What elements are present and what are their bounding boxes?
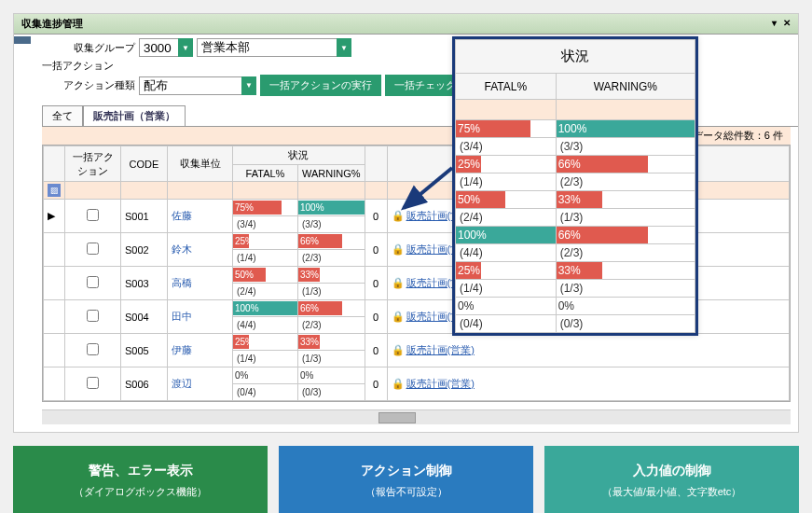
zoom-col-warning: WARNING% bbox=[556, 74, 695, 100]
cell-count: 0 bbox=[365, 267, 387, 300]
action-type-combo[interactable]: ▼ bbox=[139, 76, 256, 95]
cell-unit[interactable]: 佐藤 bbox=[168, 200, 233, 233]
card-subtitle: （ダイアログボックス機能） bbox=[19, 485, 262, 499]
cell-fatal-bar: 100% bbox=[233, 300, 298, 317]
app-panel: 収集進捗管理 ▾ ✕ 条件設定 収集グループ ▼ ▼ 一括アクション アクション… bbox=[13, 13, 799, 433]
lock-icon: 🔒 bbox=[392, 210, 405, 221]
cell-fatal-bar: 25% bbox=[233, 233, 298, 250]
action-type-input[interactable] bbox=[139, 76, 241, 95]
col-selector bbox=[44, 146, 65, 182]
chevron-down-icon[interactable]: ▼ bbox=[241, 76, 256, 95]
feature-card: 警告、エラー表示（ダイアログボックス機能） bbox=[13, 446, 268, 513]
zoom-warn-bar: 0% bbox=[556, 298, 695, 315]
cell-count: 0 bbox=[365, 300, 387, 334]
col-status: 状況 bbox=[233, 146, 365, 165]
row-checkbox[interactable] bbox=[65, 267, 121, 300]
row-checkbox[interactable] bbox=[65, 334, 121, 367]
col-warning[interactable]: WARNING% bbox=[298, 165, 365, 182]
card-subtitle: （最大値/最小値、文字数etc） bbox=[550, 485, 793, 499]
row-selector[interactable] bbox=[44, 367, 65, 401]
card-subtitle: （報告不可設定） bbox=[284, 485, 528, 499]
group-code-input[interactable] bbox=[139, 38, 178, 57]
col-bulk[interactable]: 一括アクション bbox=[65, 146, 121, 182]
lock-icon: 🔒 bbox=[392, 311, 405, 322]
close-icon[interactable]: ✕ bbox=[783, 18, 791, 28]
group-label: 収集グループ bbox=[42, 41, 135, 55]
zoom-warn-bar: 66% bbox=[556, 227, 695, 244]
cell-warn-bar: 33% bbox=[298, 267, 365, 284]
zoom-fatal-sub: (0/4) bbox=[456, 315, 557, 333]
zoom-warn-sub: (3/3) bbox=[556, 138, 695, 156]
group-code-combo[interactable]: ▼ bbox=[139, 38, 193, 57]
table-row[interactable]: S005伊藤25%33%0🔒販売計画(営業) bbox=[44, 334, 790, 351]
row-selector[interactable]: ▶ bbox=[44, 200, 65, 233]
horizontal-scrollbar[interactable] bbox=[42, 409, 791, 424]
cell-fatal-sub: (2/4) bbox=[233, 284, 298, 300]
cell-warn-bar: 66% bbox=[298, 300, 365, 317]
sidebar-tab[interactable]: 条件設定 bbox=[14, 36, 31, 44]
zoom-fatal-sub: (1/4) bbox=[456, 173, 557, 191]
cell-unit[interactable]: 田中 bbox=[168, 300, 233, 334]
row-checkbox[interactable] bbox=[65, 300, 121, 334]
cell-warn-sub: (0/3) bbox=[298, 384, 365, 401]
filter-toggle-icon[interactable]: ▨ bbox=[48, 184, 61, 197]
action-type-label: アクション種類 bbox=[42, 78, 135, 92]
zoom-fatal-bar: 25% bbox=[456, 262, 557, 280]
tab-all[interactable]: 全て bbox=[42, 105, 83, 126]
cell-unit[interactable]: 渡辺 bbox=[168, 367, 233, 401]
row-checkbox[interactable] bbox=[65, 367, 121, 401]
row-checkbox[interactable] bbox=[65, 233, 121, 267]
zoom-fatal-bar: 75% bbox=[456, 120, 557, 138]
cell-unit[interactable]: 伊藤 bbox=[168, 334, 233, 367]
cell-warn-bar: 66% bbox=[298, 233, 365, 250]
zoom-col-fatal: FATAL% bbox=[456, 74, 557, 100]
cell-warn-sub: (2/3) bbox=[298, 250, 365, 267]
col-unit[interactable]: 収集単位 bbox=[168, 146, 233, 182]
group-name-combo[interactable]: ▼ bbox=[197, 38, 351, 57]
cell-count: 0 bbox=[365, 334, 387, 367]
window-controls: ▾ ✕ bbox=[768, 17, 791, 31]
zoom-warn-bar: 33% bbox=[556, 262, 695, 280]
pin-icon[interactable]: ▾ bbox=[772, 18, 777, 28]
chevron-down-icon[interactable]: ▼ bbox=[178, 38, 193, 57]
cell-code: S002 bbox=[121, 233, 168, 267]
col-fatal[interactable]: FATAL% bbox=[233, 165, 298, 182]
cell-package[interactable]: 🔒販売計画(営業) bbox=[387, 334, 789, 367]
row-selector[interactable] bbox=[44, 233, 65, 267]
cell-package[interactable]: 🔒販売計画(営業) bbox=[387, 367, 789, 401]
group-name-input[interactable] bbox=[197, 38, 337, 57]
scrollbar-thumb[interactable] bbox=[378, 412, 416, 423]
zoom-title: 状況 bbox=[456, 40, 695, 74]
cell-code: S003 bbox=[121, 267, 168, 300]
table-row[interactable]: S006渡辺0%0%0🔒販売計画(営業) bbox=[44, 367, 790, 384]
cell-code: S001 bbox=[121, 200, 168, 233]
zoom-warn-sub: (2/3) bbox=[556, 173, 695, 191]
chevron-down-icon[interactable]: ▼ bbox=[337, 38, 351, 57]
zoom-callout: 状況 FATAL% WARNING% 75%100%(3/4)(3/3)25%6… bbox=[452, 36, 698, 336]
row-selector[interactable] bbox=[44, 334, 65, 367]
cell-fatal-sub: (3/4) bbox=[233, 216, 298, 233]
row-selector[interactable] bbox=[44, 267, 65, 300]
cell-unit[interactable]: 高橋 bbox=[168, 267, 233, 300]
titlebar: 収集進捗管理 ▾ ✕ bbox=[14, 14, 798, 35]
col-code[interactable]: CODE bbox=[121, 146, 168, 182]
cell-warn-sub: (3/3) bbox=[298, 216, 365, 233]
cell-warn-bar: 0% bbox=[298, 367, 365, 384]
cell-warn-sub: (2/3) bbox=[298, 317, 365, 334]
zoom-fatal-sub: (4/4) bbox=[456, 244, 557, 262]
execute-bulk-button[interactable]: 一括アクションの実行 bbox=[260, 75, 381, 96]
window-title: 収集進捗管理 bbox=[21, 17, 83, 31]
cell-fatal-sub: (0/4) bbox=[233, 384, 298, 401]
zoom-fatal-sub: (2/4) bbox=[456, 209, 557, 227]
row-selector[interactable] bbox=[44, 300, 65, 334]
cell-warn-sub: (1/3) bbox=[298, 284, 365, 300]
zoom-warn-sub: (1/3) bbox=[556, 280, 695, 298]
tab-sales-plan[interactable]: 販売計画（営業） bbox=[83, 105, 186, 126]
feature-card: 入力値の制御（最大値/最小値、文字数etc） bbox=[544, 446, 799, 513]
cell-warn-bar: 33% bbox=[298, 334, 365, 351]
zoom-warn-sub: (1/3) bbox=[556, 209, 695, 227]
cell-unit[interactable]: 鈴木 bbox=[168, 233, 233, 267]
card-title: 入力値の制御 bbox=[550, 463, 793, 479]
cell-count: 0 bbox=[365, 233, 387, 267]
row-checkbox[interactable] bbox=[65, 200, 121, 233]
